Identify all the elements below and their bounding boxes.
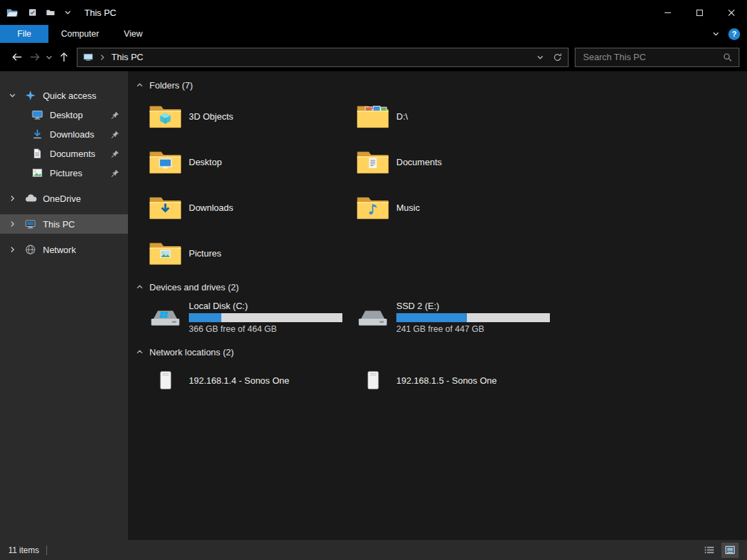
recent-locations-chevron-icon[interactable]: [44, 48, 55, 66]
tree-chevron-icon[interactable]: [8, 91, 25, 100]
folder-label: 3D Objects: [189, 111, 233, 122]
network-location-label: 192.168.1.5 - Sonos One: [396, 375, 497, 386]
collapse-group-chevron-icon[interactable]: [136, 283, 144, 291]
title-bar: This PC: [0, 0, 747, 25]
drive-tile[interactable]: SSD 2 (E:) 241 GB free of 447 GB: [356, 295, 564, 339]
folders-group-header[interactable]: Folders (7): [136, 78, 747, 92]
drive-icon: [149, 306, 182, 329]
back-button[interactable]: [8, 48, 26, 66]
network-location-tile[interactable]: 192.168.1.5 - Sonos One: [356, 360, 564, 400]
folder-icon: [356, 194, 389, 221]
sidebar-item-icon: [25, 194, 39, 203]
sidebar-item-label: Network: [43, 245, 76, 255]
sidebar-item-icon: [25, 244, 39, 255]
tree-chevron-icon[interactable]: [8, 245, 25, 254]
tree-chevron-icon[interactable]: [8, 220, 25, 228]
collapse-group-chevron-icon[interactable]: [136, 348, 144, 356]
drive-free-space: 366 GB free of 464 GB: [189, 324, 342, 334]
search-input[interactable]: [582, 51, 723, 63]
tree-chevron-icon[interactable]: [8, 194, 25, 203]
view-toggle-button[interactable]: [701, 543, 718, 558]
drive-tile[interactable]: Local Disk (C:) 366 GB free of 464 GB: [149, 295, 356, 339]
quick-access-toolbar-icon[interactable]: [64, 8, 72, 17]
drives-group-header[interactable]: Devices and drives (2): [136, 280, 747, 294]
help-button[interactable]: ?: [728, 28, 740, 40]
capacity-bar: [396, 313, 550, 322]
sidebar-item-icon: [32, 167, 46, 178]
ribbon-tab-strip: File Computer View ?: [0, 25, 747, 43]
sidebar-item-label: Desktop: [50, 110, 83, 120]
file-explorer-window: This PC File Computer View ? This PC: [0, 0, 747, 560]
sidebar-item-label: OneDrive: [43, 194, 81, 204]
address-dropdown-icon[interactable]: [536, 53, 544, 62]
folder-tile[interactable]: Pictures: [149, 230, 356, 276]
sidebar-item[interactable]: Downloads: [0, 124, 128, 144]
quick-access-toolbar: [28, 8, 72, 17]
network-group-header[interactable]: Network locations (2): [136, 345, 747, 359]
pin-icon: [111, 169, 120, 178]
expand-ribbon-chevron-icon[interactable]: [712, 30, 720, 38]
folder-tile[interactable]: Documents: [356, 139, 564, 185]
refresh-icon[interactable]: [553, 53, 562, 62]
main-area: Quick access Desktop Downloads: [0, 71, 747, 540]
sidebar-item[interactable]: Pictures: [0, 163, 128, 183]
ribbon-right-controls: ?: [712, 25, 747, 43]
window-title: This PC: [84, 8, 116, 18]
drive-label: SSD 2 (E:): [396, 301, 550, 311]
sidebar-item-label: Quick access: [43, 91, 96, 101]
sidebar-item-icon: [32, 109, 46, 120]
folder-tile[interactable]: Desktop: [149, 139, 356, 185]
ribbon-tab[interactable]: Computer: [48, 25, 111, 43]
sidebar-item-icon: [25, 90, 39, 101]
ribbon-tab[interactable]: View: [111, 25, 155, 43]
sidebar-item[interactable]: Desktop: [0, 105, 128, 124]
drive-icon: [356, 306, 389, 329]
group-header-label: Devices and drives (2): [149, 282, 239, 292]
capacity-bar: [189, 313, 342, 322]
folder-icon: [356, 103, 389, 129]
folder-tile[interactable]: D:\: [356, 93, 564, 139]
drive-label: Local Disk (C:): [189, 301, 342, 311]
search-icon[interactable]: [723, 53, 732, 62]
folder-icon: [356, 149, 389, 175]
folder-icon: [149, 240, 182, 266]
network-location-label: 192.168.1.4 - Sonos One: [189, 375, 289, 386]
sidebar-item[interactable]: Documents: [0, 144, 128, 163]
sidebar-item[interactable]: Quick access: [0, 86, 128, 105]
collapse-group-chevron-icon[interactable]: [136, 81, 144, 89]
capacity-bar-fill: [189, 313, 221, 322]
quick-access-toolbar-icon[interactable]: [46, 8, 55, 17]
close-button[interactable]: [715, 0, 747, 25]
sidebar-item-icon: [32, 129, 46, 140]
capacity-bar-fill: [396, 313, 467, 322]
network-device-icon: [356, 371, 389, 390]
address-bar[interactable]: This PC: [77, 48, 569, 67]
group-header-label: Network locations (2): [149, 347, 234, 357]
folder-label: D:\: [396, 111, 408, 122]
folder-tile[interactable]: 3D Objects: [149, 93, 356, 139]
sidebar-item-label: Documents: [50, 149, 95, 159]
sidebar-item[interactable]: This PC: [0, 214, 128, 234]
sidebar-item[interactable]: Network: [0, 240, 128, 259]
items-view: Folders (7) 3D Objects D:\: [128, 71, 747, 540]
network-device-icon: [149, 371, 182, 390]
maximize-button[interactable]: [683, 0, 715, 25]
network-location-tile[interactable]: 192.168.1.4 - Sonos One: [149, 360, 356, 400]
minimize-button[interactable]: [652, 0, 683, 25]
breadcrumb[interactable]: This PC: [111, 52, 143, 62]
sidebar-item[interactable]: OneDrive: [0, 189, 128, 208]
folder-tile[interactable]: Downloads: [149, 185, 356, 230]
forward-button[interactable]: [26, 48, 44, 66]
view-toggle-button[interactable]: [721, 543, 739, 558]
breadcrumb-chevron-icon[interactable]: [98, 53, 107, 62]
pin-icon: [111, 149, 120, 158]
folder-tile[interactable]: Music: [356, 185, 564, 230]
folder-label: Desktop: [189, 157, 222, 167]
quick-access-toolbar-icon[interactable]: [28, 8, 37, 17]
item-count: 11 items: [8, 545, 39, 555]
up-button[interactable]: [55, 48, 73, 66]
ribbon-tab[interactable]: File: [0, 25, 48, 43]
folder-icon: [149, 103, 182, 129]
folders-group: Folders (7) 3D Objects D:\: [149, 78, 747, 276]
sidebar-item-icon: [25, 218, 39, 230]
